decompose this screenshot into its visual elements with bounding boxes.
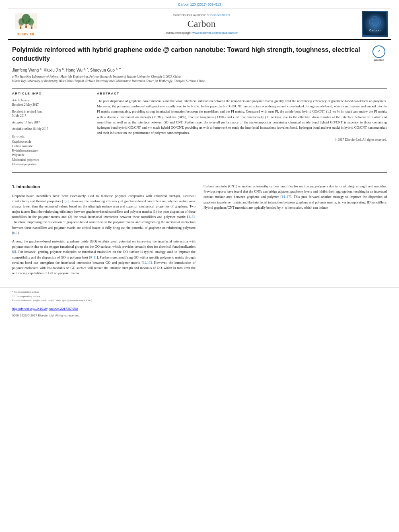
divider-1	[12, 88, 387, 88]
crossmark-logo[interactable]: ✓ CrossMark	[371, 45, 387, 62]
body-col-2: Carbon nanotube (CNT) is another notewor…	[204, 184, 387, 279]
science-direct-link[interactable]: ScienceDirect	[210, 13, 230, 17]
footnote-corresponding-1: * Corresponding author.	[12, 290, 387, 294]
article-info-column: ARTICLE INFO Article history: Received 2…	[12, 92, 90, 166]
history-label: Article history:	[12, 99, 90, 102]
ref-link-12-13[interactable]: 12,13	[143, 261, 150, 265]
body-col2-para-1: Carbon nanotube (CNT) is another notewor…	[204, 184, 387, 210]
keyword-6: Electrical properties	[12, 162, 90, 166]
body-content: 1. Introduction Graphene-based nanofille…	[0, 180, 399, 283]
svg-point-3	[18, 18, 24, 25]
journal-center: Contents lists available at ScienceDirec…	[44, 8, 359, 39]
divider-2	[12, 172, 387, 173]
journal-name: Carbon	[187, 18, 216, 29]
abstract-column: ABSTRACT The poor dispersion of graphene…	[97, 92, 387, 166]
intro-para-2: Among the graphene-based materials, grap…	[12, 239, 195, 276]
svg-rect-8	[25, 26, 27, 28]
crossmark-circle: ✓	[372, 45, 385, 58]
svg-point-4	[28, 18, 34, 25]
ref-link-1-2[interactable]: 1,2	[63, 199, 68, 203]
affiliation-b: b State Key Laboratory of Biotherapy, We…	[12, 79, 387, 84]
ref-link-3-5[interactable]: 3–5	[188, 215, 193, 219]
affiliations: a The State Key Laboratory of Polymer Ma…	[12, 75, 387, 83]
svg-point-14	[372, 16, 377, 27]
body-col-1: 1. Introduction Graphene-based nanofille…	[12, 184, 195, 279]
svg-point-7	[25, 24, 27, 26]
footnotes: * Corresponding author. ** Corresponding…	[0, 287, 399, 305]
footnote-email: E-mail addresses: wh@scu.edu.cn (H. Wu),…	[12, 298, 387, 303]
elsevier-logo: ELSEVIER	[8, 8, 44, 39]
affiliation-a: a The State Key Laboratory of Polymer Ma…	[12, 75, 387, 79]
svg-point-15	[369, 19, 380, 24]
svg-rect-6	[20, 27, 21, 29]
keyword-5: Mechanical properties	[12, 158, 90, 162]
journal-url-link[interactable]: www.elsevier.com/locate/carbon	[192, 31, 238, 35]
page-wrapper: Carbon 123 (2017) 502–513 ELSEVIER	[0, 0, 399, 532]
footer-copyright: 0008-6223/© 2017 Elsevier Ltd. All right…	[0, 312, 399, 319]
abstract-text: The poor dispersion of graphene-based ma…	[97, 99, 387, 136]
journal-homepage: journal homepage: www.elsevier.com/locat…	[165, 31, 238, 35]
available-online: Available online 18 July 2017	[12, 127, 90, 131]
body-two-column: 1. Introduction Graphene-based nanofille…	[12, 184, 387, 279]
journal-header: ELSEVIER Contents lists available at Sci…	[8, 8, 391, 40]
keyword-3: Hybrid nanostructure	[12, 148, 90, 153]
elsevier-tree-icon	[12, 12, 40, 32]
doi-link[interactable]: http://dx.doi.org/10.1016/j.carbon.2017.…	[12, 307, 78, 310]
abstract-copyright: © 2017 Elsevier Ltd. All rights reserved…	[97, 138, 387, 142]
received-revised: Received in revised form5 July 2017	[12, 110, 90, 118]
ref-link-6-7[interactable]: 6,7	[13, 231, 18, 235]
citation-bar: Carbon 123 (2017) 502–513	[0, 0, 399, 8]
ref-link-9-11[interactable]: 9–11	[90, 255, 97, 259]
keyword-1: Graphene oxide	[12, 140, 90, 144]
svg-rect-10	[31, 27, 32, 29]
carbon-logo-box: Carbon	[362, 11, 388, 37]
science-direct-info: Contents lists available at ScienceDirec…	[173, 13, 230, 17]
accepted-date: Accepted 17 July 2017	[12, 121, 90, 125]
carbon-journal-icon: Carbon	[363, 12, 387, 35]
article-title-text: Polyimide reinforced with hybrid graphen…	[12, 45, 371, 64]
svg-rect-11	[363, 12, 387, 35]
carbon-logo: Carbon	[359, 8, 391, 39]
article-title-area: Polyimide reinforced with hybrid graphen…	[12, 45, 387, 64]
ref-link-8[interactable]: 8	[13, 250, 15, 254]
svg-point-9	[30, 25, 32, 27]
received-date: Received 2 May 2017	[12, 103, 90, 107]
citation-text: Carbon 123 (2017) 502–513	[178, 2, 221, 6]
keyword-2: Carbon nanotube	[12, 144, 90, 148]
authors-line: Jianfeng Wang a, Xiuxiu Jin b, Hong Wu a…	[12, 68, 387, 72]
section-1-heading: 1. Introduction	[12, 184, 195, 190]
doi-line: http://dx.doi.org/10.1016/j.carbon.2017.…	[0, 305, 399, 312]
svg-point-12	[369, 16, 380, 27]
svg-text:Carbon: Carbon	[369, 29, 380, 32]
crossmark-label: CrossMark	[374, 59, 384, 62]
elsevier-brand-text: ELSEVIER	[17, 33, 35, 36]
keywords-label: Keywords:	[12, 135, 90, 138]
footnote-corresponding-2: ** Corresponding author.	[12, 294, 387, 299]
ref-link-14-17[interactable]: 14–17	[282, 195, 290, 199]
keyword-4: Polyimide	[12, 153, 90, 157]
intro-para-1: Graphene-based nanofillers have been ext…	[12, 193, 195, 236]
svg-point-13	[371, 18, 379, 26]
article-info-abstract: ARTICLE INFO Article history: Received 2…	[12, 92, 387, 166]
article-info-title: ARTICLE INFO	[12, 92, 90, 95]
svg-point-5	[19, 25, 21, 27]
main-content: Polyimide reinforced with hybrid graphen…	[0, 40, 399, 180]
abstract-title: ABSTRACT	[97, 92, 387, 95]
compared-word: Compared	[246, 109, 260, 113]
